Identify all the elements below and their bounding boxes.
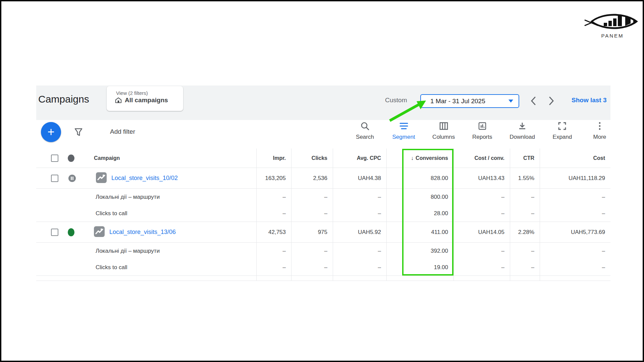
search-button[interactable]: Search (355, 121, 375, 140)
paused-status-icon (68, 174, 76, 183)
impr-value: – (256, 243, 291, 259)
new-campaign-button[interactable]: + (41, 122, 61, 142)
impr-value: 163,205 (256, 168, 291, 188)
row-checkbox[interactable] (51, 175, 58, 182)
home-icon (115, 97, 122, 104)
avg-cpc-value: – (333, 259, 386, 276)
conversions-value: 411.00 (386, 222, 453, 242)
filter-funnel-icon (73, 127, 84, 137)
conversions-value: 828.00 (386, 168, 453, 188)
segment-label: Segment (392, 134, 415, 140)
filter-button[interactable] (73, 127, 84, 137)
impr-value: – (256, 259, 291, 276)
avg-cpc-value: – (333, 205, 386, 222)
segment-button[interactable]: Segment (392, 121, 415, 140)
sort-descending-icon: ↓ (411, 155, 414, 161)
conversions-value: 392.00 (386, 243, 453, 259)
add-filter-button[interactable]: Add filter (110, 128, 135, 135)
avg-cpc-value: UAH5.92 (333, 222, 386, 242)
expand-button[interactable]: Expand (552, 121, 572, 140)
panem-logo-text: PANEM (584, 33, 641, 39)
columns-button[interactable]: Columns (432, 121, 455, 140)
clicks-value: – (291, 189, 333, 205)
segment-icon (399, 121, 409, 131)
plus-icon: + (47, 125, 54, 139)
clicks-value: – (291, 205, 333, 222)
campaign-type-icon (96, 172, 107, 184)
campaigns-table: Campaign Impr. Clicks Avg. CPC ↓ Convers… (36, 148, 610, 281)
column-header-avg-cpc[interactable]: Avg. CPC (333, 148, 386, 168)
more-button[interactable]: More (590, 121, 610, 140)
campaigns-header-band: Campaigns View (2 filters) All campaigns… (36, 85, 610, 120)
page-title: Campaigns (38, 94, 89, 105)
column-header-cost-per-conv[interactable]: Cost / conv. (453, 148, 510, 168)
cost-value: UAH11,118.29 (540, 168, 610, 188)
dropdown-caret-icon (508, 100, 513, 103)
table-row: Local_store_visits_10/02 163,205 2,536 U… (36, 168, 610, 189)
avg-cpc-value: – (333, 243, 386, 259)
segment-row: Clicks to call – – – 28.00 – – – (36, 205, 610, 222)
search-icon (360, 121, 370, 131)
column-header-cost[interactable]: Cost (540, 148, 610, 168)
conversions-value: 28.00 (386, 205, 453, 222)
next-period-button[interactable] (545, 94, 558, 108)
cost-value: – (540, 243, 610, 259)
ctr-value: – (510, 205, 540, 222)
column-header-impr[interactable]: Impr. (256, 148, 291, 168)
date-range-selector[interactable]: 1 Mar - 31 Jul 2025 (420, 94, 519, 108)
select-all-checkbox[interactable] (51, 155, 58, 162)
campaign-name-link[interactable]: Local_store_visits_10/02 (111, 175, 178, 182)
cost-per-conv-value: UAH14.05 (453, 222, 510, 242)
cost-per-conv-value: – (453, 189, 510, 205)
previous-period-button[interactable] (527, 94, 540, 108)
show-last-link[interactable]: Show last 3 (572, 97, 610, 107)
view-filters-label: View (2 filters) (116, 90, 183, 96)
expand-label: Expand (553, 134, 572, 140)
panem-logo: PANEM (584, 11, 641, 38)
date-range-type: Custom (385, 97, 407, 104)
conversions-value: 19.00 (386, 259, 453, 276)
status-filter-icon[interactable] (68, 155, 74, 162)
segment-row: Локальні дії – маршрути – – – 392.00 – –… (36, 243, 610, 259)
ctr-value: – (510, 189, 540, 205)
segment-label: Локальні дії – маршрути (96, 248, 160, 254)
avg-cpc-value: – (333, 189, 386, 205)
cost-value: – (540, 259, 610, 276)
clicks-value: 2,536 (291, 168, 333, 188)
table-toolbar: Search Segment Columns Report (355, 121, 610, 140)
expand-icon (557, 121, 567, 131)
column-header-ctr[interactable]: CTR (510, 148, 540, 168)
ctr-value: 2.28% (510, 222, 540, 242)
reports-icon (478, 121, 487, 131)
date-range-value: 1 Mar - 31 Jul 2025 (430, 98, 485, 105)
enabled-status-icon (68, 228, 74, 236)
segment-label: Clicks to call (96, 210, 127, 217)
segment-label: Clicks to call (96, 264, 127, 271)
segment-row: Локальні дії – маршрути – – – 800.00 – –… (36, 189, 610, 205)
columns-icon (439, 121, 448, 131)
campaign-name-link[interactable]: Local_store_visits_13/06 (109, 229, 176, 236)
download-button[interactable]: Download (509, 121, 535, 140)
columns-label: Columns (432, 134, 455, 140)
impr-value: – (256, 189, 291, 205)
cost-per-conv-value: UAH13.43 (453, 168, 510, 188)
column-header-clicks[interactable]: Clicks (291, 148, 333, 168)
reports-button[interactable]: Reports (472, 121, 492, 140)
impr-value: 42,753 (256, 222, 291, 242)
impr-value: – (256, 205, 291, 222)
cost-per-conv-value: – (453, 205, 510, 222)
ctr-value: 1.55% (510, 168, 540, 188)
segment-row: Clicks to call – – – 19.00 – – – (36, 259, 610, 276)
avg-cpc-value: UAH4.38 (333, 168, 386, 188)
clicks-value: – (291, 243, 333, 259)
column-header-conversions[interactable]: ↓ Conversions (386, 148, 453, 168)
view-filters-card[interactable]: View (2 filters) All campaigns (107, 86, 183, 111)
campaign-type-icon (94, 226, 105, 238)
download-label: Download (509, 134, 535, 140)
cost-value: – (540, 205, 610, 222)
search-label: Search (356, 134, 374, 140)
clicks-value: 975 (291, 222, 333, 242)
column-header-campaign[interactable]: Campaign (94, 155, 120, 161)
row-checkbox[interactable] (51, 229, 58, 236)
chevron-left-icon (531, 97, 536, 105)
